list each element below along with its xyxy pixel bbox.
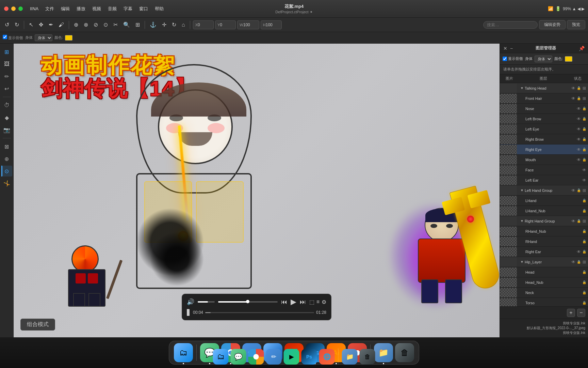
dock-trash[interactable]: 🗑 (395, 343, 414, 362)
layer-visibility-icon[interactable]: 👁 (576, 147, 581, 152)
h-input[interactable] (266, 22, 279, 27)
redo-button[interactable]: ↻ (13, 20, 21, 29)
group-arrow-icon[interactable]: ▼ (520, 86, 524, 90)
sidebar-selected-icon[interactable]: ⊙ (1, 166, 12, 177)
layer-visibility-icon[interactable]: 👁 (582, 168, 587, 172)
transform-tool[interactable]: ⊕ (72, 20, 80, 29)
layer-lock-icon[interactable]: 🔒 (576, 96, 581, 100)
settings-icon[interactable]: ⚙ (322, 299, 326, 305)
layer-table[interactable]: ▼Talking Head👁🔒⊞Front Hair👁🔒⊞Nose👁🔒Left … (500, 83, 588, 306)
layer-lock-icon[interactable]: 🔒 (576, 260, 581, 264)
layer-lock-icon[interactable]: 🔒 (582, 240, 587, 243)
layer-row[interactable]: Front Hair👁🔒⊞ (500, 93, 588, 104)
layer-row[interactable]: ▼Left Hand Group👁🔒⊞ (500, 185, 588, 196)
layer-lock-icon[interactable]: 🔒 (582, 158, 587, 162)
add-layer-button[interactable]: + (567, 309, 575, 317)
anchor-tool[interactable]: ⚓ (148, 20, 159, 29)
layer-lock-icon[interactable]: 🔒 (582, 127, 587, 131)
layer-more-icon[interactable]: ⊞ (582, 260, 587, 264)
body-select[interactable]: 身体 (35, 34, 52, 41)
layer-row[interactable]: Neck🔒 (500, 288, 588, 298)
panel-pin-icon[interactable]: 📌 (579, 46, 585, 51)
layer-visibility-icon[interactable]: 👁 (576, 117, 581, 121)
edit-pose-button[interactable]: 编辑姿势 (539, 20, 566, 29)
show-bones-checkbox[interactable] (3, 35, 7, 39)
layer-more-icon[interactable]: ⊞ (582, 188, 587, 193)
layer-row[interactable]: ▼Hip_Layer👁🔒⊞ (500, 257, 588, 267)
close-button[interactable] (4, 6, 9, 11)
crop-tool[interactable]: ⊞ (133, 20, 142, 29)
pivot-tool[interactable]: ✛ (160, 20, 168, 29)
sidebar-camera-icon[interactable]: 📷 (1, 124, 12, 135)
rewind-button[interactable]: ⏮ (281, 298, 287, 306)
layer-row[interactable]: Right Brow👁🔒 (500, 134, 588, 144)
dock2-pencil[interactable]: ✏ (266, 349, 282, 365)
undo-button[interactable]: ↺ (3, 20, 11, 29)
layer-more-icon[interactable]: ⊞ (582, 96, 587, 101)
layer-visibility-icon[interactable]: 👁 (576, 137, 581, 142)
video-player[interactable]: 🔊 ⏮ ▶ ⏭ ⬚ ≡ ⚙ (182, 294, 331, 320)
layer-visibility-icon[interactable]: 👁 (571, 260, 576, 264)
layer-row[interactable]: RHand_Nub🔒 (500, 226, 588, 236)
list-icon[interactable]: ≡ (316, 299, 320, 305)
minimize-button[interactable] (11, 6, 16, 11)
dock2-browser[interactable]: 🌐 (319, 349, 335, 365)
layer-visibility-icon[interactable]: 👁 (571, 96, 576, 101)
dock2-wechat[interactable]: 💬 (231, 349, 246, 365)
layer-lock-icon[interactable]: 🔒 (582, 270, 587, 274)
preview-button[interactable]: 预览 (567, 20, 585, 29)
menu-edit[interactable]: 编辑 (58, 5, 72, 13)
progress-bar[interactable] (218, 301, 278, 303)
layer-row[interactable]: Nose👁🔒 (500, 104, 588, 114)
body-select-panel[interactable]: 身体 (535, 56, 552, 62)
delete-layer-button[interactable]: − (577, 309, 585, 317)
layer-row[interactable]: Mouth👁🔒 (500, 155, 588, 165)
layer-lock-icon[interactable]: 🔒 (582, 117, 587, 121)
menu-subtitles[interactable]: 字幕 (121, 5, 135, 13)
layer-lock-icon[interactable]: 🔒 (576, 86, 581, 90)
rotate-tool[interactable]: ↻ (170, 20, 178, 29)
menu-audio[interactable]: 音频 (105, 5, 119, 13)
layer-lock-icon[interactable]: 🔒 (582, 301, 587, 305)
layer-lock-icon[interactable]: 🔒 (582, 137, 587, 141)
dock2-mail[interactable]: ▶ (284, 349, 299, 365)
color-swatch[interactable] (65, 35, 72, 41)
sidebar-anchor-icon[interactable]: ⊕ (1, 153, 12, 164)
layer-visibility-icon[interactable]: 👁 (571, 219, 576, 224)
bone-tool[interactable]: ⊘ (92, 20, 100, 29)
layer-visibility-icon[interactable]: 👁 (576, 157, 581, 162)
zoom-tool[interactable]: 🔍 (121, 20, 132, 29)
sidebar-assets-icon[interactable]: 🖼 (1, 59, 12, 70)
layer-row[interactable]: ▼Talking Head👁🔒⊞ (500, 83, 588, 93)
group-arrow-icon[interactable]: ▼ (520, 260, 524, 264)
layer-visibility-icon[interactable]: 👁 (571, 188, 576, 193)
layer-lock-icon[interactable]: 🔒 (576, 188, 581, 192)
layer-row[interactable]: Right Ear👁🔒 (500, 247, 588, 257)
menu-file[interactable]: 文件 (43, 5, 57, 13)
warp-tool[interactable]: ⊗ (82, 20, 90, 29)
group-arrow-icon[interactable]: ▼ (520, 219, 524, 223)
menu-window[interactable]: 窗口 (136, 5, 151, 13)
dock2-folder[interactable]: 📁 (342, 349, 358, 365)
layer-visibility-icon[interactable]: 👁 (576, 249, 581, 254)
panel-close-icon[interactable]: ✕ (503, 46, 507, 51)
group-arrow-icon[interactable]: ▼ (520, 188, 524, 192)
sidebar-brushes-icon[interactable]: ✏ (1, 71, 12, 82)
layer-visibility-icon[interactable]: 👁 (571, 86, 576, 91)
home-tool[interactable]: ⌂ (180, 20, 187, 29)
color-swatch-panel[interactable] (565, 56, 572, 62)
layer-row[interactable]: LHand🔒 (500, 196, 588, 206)
paint-tool[interactable]: 🖌 (56, 20, 66, 29)
maximize-button[interactable] (18, 6, 23, 11)
canvas-area[interactable]: 动画制作花絮 剑神传说【14】 (14, 44, 500, 337)
layer-lock-icon[interactable]: 🔒 (582, 229, 587, 233)
layer-visibility-icon[interactable]: 👁 (576, 106, 581, 111)
layer-row[interactable]: Left Ear👁 (500, 175, 588, 185)
layer-more-icon[interactable]: ⊞ (582, 219, 587, 224)
layer-lock-icon[interactable]: 🔒 (582, 280, 587, 284)
layer-lock-icon[interactable]: 🔒 (582, 250, 587, 254)
sidebar-keyframe-icon[interactable]: ◆ (1, 112, 12, 123)
play-pause-button[interactable]: ▶ (291, 297, 296, 306)
layer-row[interactable]: LHand_Nub🔒 (500, 206, 588, 216)
layer-lock-icon[interactable]: 🔒 (582, 107, 587, 110)
